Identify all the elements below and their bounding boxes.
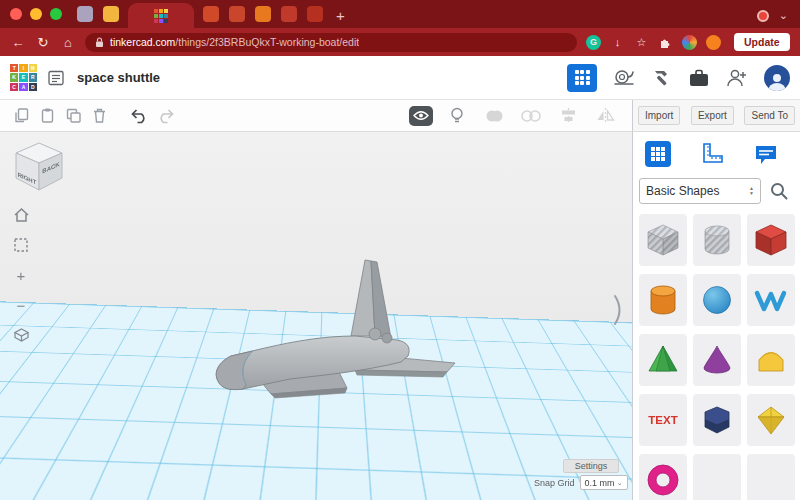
space-shuttle-model[interactable] (205, 248, 460, 403)
shape-tile-polygon[interactable] (693, 394, 741, 446)
extensions-puzzle-icon[interactable] (658, 35, 673, 50)
pinned-tab-icon[interactable] (229, 6, 245, 22)
diamond-icon (751, 400, 791, 440)
browser-update-button[interactable]: Update (734, 33, 790, 51)
text-shape-icon: TEXT (641, 400, 685, 440)
shape-tile-cylinder[interactable] (639, 274, 687, 326)
design-menu-icon[interactable] (47, 69, 65, 87)
delete-trash-icon[interactable] (86, 105, 112, 127)
align-icon[interactable] (555, 105, 581, 127)
active-tab-tinkercad[interactable] (128, 3, 194, 28)
duplicate-icon[interactable] (60, 105, 86, 127)
snap-grid-label: Snap Grid (534, 478, 575, 488)
tinkercad-favicon (154, 9, 168, 23)
minimize-window-button[interactable] (30, 8, 42, 20)
copy-icon[interactable] (8, 105, 34, 127)
redo-icon[interactable] (152, 105, 178, 127)
view-controls: + − (10, 204, 32, 346)
shapes-library-tab-icon[interactable] (645, 141, 671, 167)
dashboard-grid-button[interactable] (567, 64, 597, 92)
extension-badge-icon[interactable] (706, 35, 721, 50)
home-view-icon[interactable] (10, 204, 32, 226)
user-avatar[interactable] (764, 65, 790, 91)
paste-icon[interactable] (34, 105, 60, 127)
new-tab-button[interactable]: + (336, 8, 345, 23)
shape-tile[interactable] (693, 454, 741, 500)
profile-avatar-icon[interactable] (682, 35, 697, 50)
shape-tile-scribble[interactable] (747, 274, 795, 326)
shape-tile-cone[interactable] (693, 334, 741, 386)
bookmark-star-icon[interactable]: ☆ (634, 35, 649, 50)
pinned-tab-icon[interactable] (307, 6, 323, 22)
polygon-icon (697, 400, 737, 440)
reload-icon[interactable]: ↻ (35, 36, 51, 49)
import-button[interactable]: Import (638, 106, 680, 125)
search-icon[interactable] (769, 181, 789, 201)
back-icon[interactable]: ← (10, 36, 26, 49)
export-button[interactable]: Export (691, 106, 734, 125)
home-icon[interactable]: ⌂ (60, 36, 76, 49)
shape-tile-hole-cylinder[interactable] (693, 214, 741, 266)
invite-person-icon[interactable] (725, 67, 749, 89)
view-cube[interactable]: RIGHT BACK (10, 140, 68, 194)
group-icon[interactable] (481, 105, 507, 127)
flip-mirror-icon[interactable] (592, 105, 618, 127)
pinned-tab-icon[interactable] (255, 6, 271, 22)
pinned-tab-icon[interactable] (281, 6, 297, 22)
shape-tile[interactable] (747, 454, 795, 500)
ungroup-icon[interactable] (518, 105, 544, 127)
url-field[interactable]: tinkercad.com/things/2f3BRBuQkxT-working… (85, 33, 577, 52)
shape-category-select[interactable]: Basic Shapes ▲▼ (639, 178, 761, 204)
zoom-in-icon[interactable]: + (10, 264, 32, 286)
panel-collapse-handle[interactable] (612, 292, 626, 328)
shape-category-value: Basic Shapes (646, 184, 719, 198)
shape-tile-hole-box[interactable] (639, 214, 687, 266)
tube-icon (643, 460, 683, 500)
ruler-tool-icon[interactable] (699, 141, 725, 167)
show-all-eye-button[interactable] (409, 106, 433, 126)
fit-view-icon[interactable] (10, 234, 32, 256)
download-icon[interactable]: ↓ (610, 35, 625, 50)
cone-icon (697, 340, 737, 380)
shape-tile-text[interactable]: TEXT (639, 394, 687, 446)
maximize-window-button[interactable] (50, 8, 62, 20)
snail-sim-icon[interactable] (612, 67, 636, 89)
pinned-tab-icon[interactable] (77, 6, 93, 22)
bulb-visibility-icon[interactable] (444, 105, 470, 127)
shape-tile-pyramid[interactable] (639, 334, 687, 386)
snap-grid-value: 0.1 mm (585, 478, 615, 488)
snap-grid-select[interactable]: 0.1 mm ⌄ (580, 475, 628, 490)
send-to-button[interactable]: Send To (744, 106, 795, 125)
undo-icon[interactable] (126, 105, 152, 127)
sphere-icon (697, 280, 737, 320)
zoom-out-icon[interactable]: − (10, 294, 32, 316)
panel-tabs (633, 132, 800, 174)
3d-viewport-canvas[interactable]: RIGHT BACK + − (0, 132, 632, 500)
shape-tile-round-roof[interactable] (747, 334, 795, 386)
grid-settings-button[interactable]: Settings (563, 459, 619, 473)
grammarly-extension-icon[interactable]: G (586, 35, 601, 50)
snap-grid-caret-icon: ⌄ (617, 479, 623, 487)
tab-list-chevron-icon[interactable]: ⌄ (779, 9, 788, 22)
tinkercad-logo[interactable]: TIN KER CAD (10, 64, 37, 91)
briefcase-icon[interactable] (688, 68, 710, 88)
shape-tile-diamond[interactable] (747, 394, 795, 446)
box-icon (751, 220, 791, 260)
scribble-icon (751, 280, 791, 320)
pinned-tab-icon[interactable] (103, 6, 119, 22)
lock-icon (95, 37, 104, 48)
close-window-button[interactable] (10, 8, 22, 20)
shape-tile-sphere[interactable] (693, 274, 741, 326)
hammer-tools-icon[interactable] (651, 67, 673, 89)
tinkercad-header: TIN KER CAD space shuttle (0, 56, 800, 100)
hole-cylinder-icon (697, 220, 737, 260)
perspective-toggle-icon[interactable] (10, 324, 32, 346)
pyramid-icon (643, 340, 683, 380)
shape-grid: TEXT (633, 212, 800, 500)
notes-comment-icon[interactable] (753, 141, 779, 167)
design-title[interactable]: space shuttle (77, 70, 160, 85)
cylinder-icon (643, 280, 683, 320)
pinned-tab-icon[interactable] (203, 6, 219, 22)
shape-tile-tube[interactable] (639, 454, 687, 500)
shape-tile-box[interactable] (747, 214, 795, 266)
